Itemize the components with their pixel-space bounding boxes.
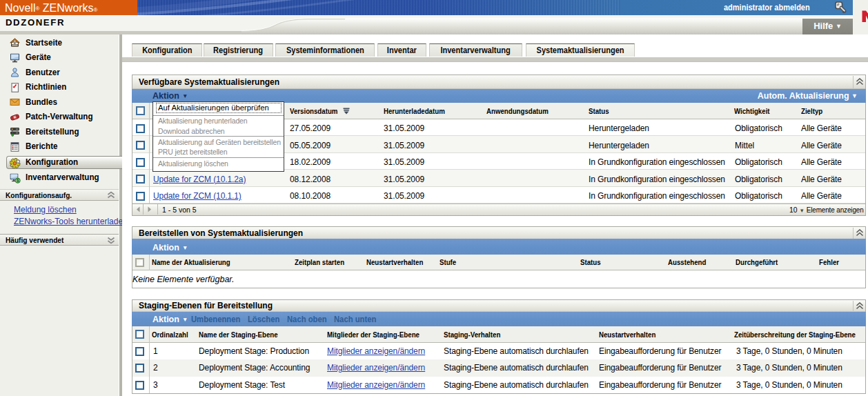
svg-text:$: $: [17, 178, 19, 184]
